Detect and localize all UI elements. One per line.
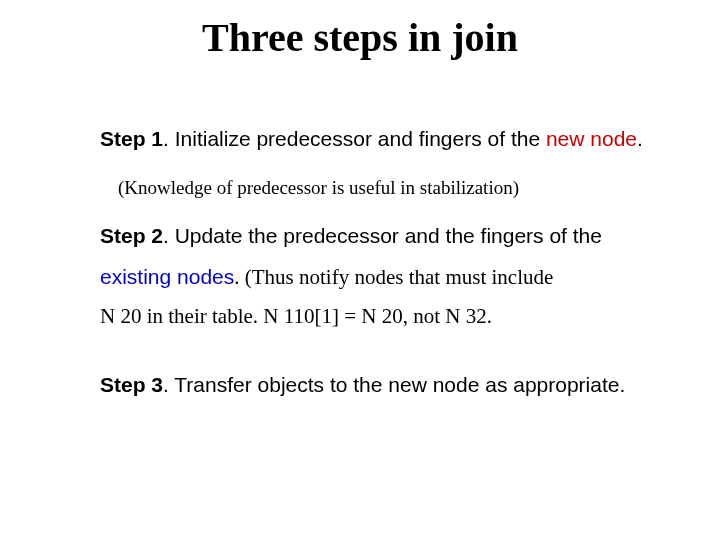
step-3-text: . Transfer objects to the new node as ap… bbox=[163, 373, 625, 396]
step-1-text-b: . bbox=[637, 127, 643, 150]
step-3-label: Step 3 bbox=[100, 373, 163, 396]
slide: Three steps in join Step 1. Initialize p… bbox=[0, 0, 720, 540]
step-2-line1: Step 2. Update the predecessor and the f… bbox=[100, 219, 720, 254]
step-2-highlight: existing nodes bbox=[100, 265, 234, 288]
step-2-serif-a: . (Thus notify nodes that must include bbox=[234, 265, 553, 289]
step-1-note: (Knowledge of predecessor is useful in s… bbox=[100, 173, 720, 203]
step-1-text-a: . Initialize predecessor and fingers of … bbox=[163, 127, 546, 150]
step-2-line3: N 20 in their table. N 110[1] = N 20, no… bbox=[100, 300, 720, 334]
slide-title: Three steps in join bbox=[0, 14, 720, 61]
step-2-label: Step 2 bbox=[100, 224, 163, 247]
step-2-text-plain: . Update the predecessor and the fingers… bbox=[163, 224, 602, 247]
spacer bbox=[100, 350, 720, 368]
step-2-line2: existing nodes. (Thus notify nodes that … bbox=[100, 260, 720, 295]
step-1: Step 1. Initialize predecessor and finge… bbox=[100, 122, 720, 157]
step-1-label: Step 1 bbox=[100, 127, 163, 150]
step-3: Step 3. Transfer objects to the new node… bbox=[100, 368, 720, 403]
slide-body: Step 1. Initialize predecessor and finge… bbox=[100, 122, 720, 418]
step-1-highlight: new node bbox=[546, 127, 637, 150]
